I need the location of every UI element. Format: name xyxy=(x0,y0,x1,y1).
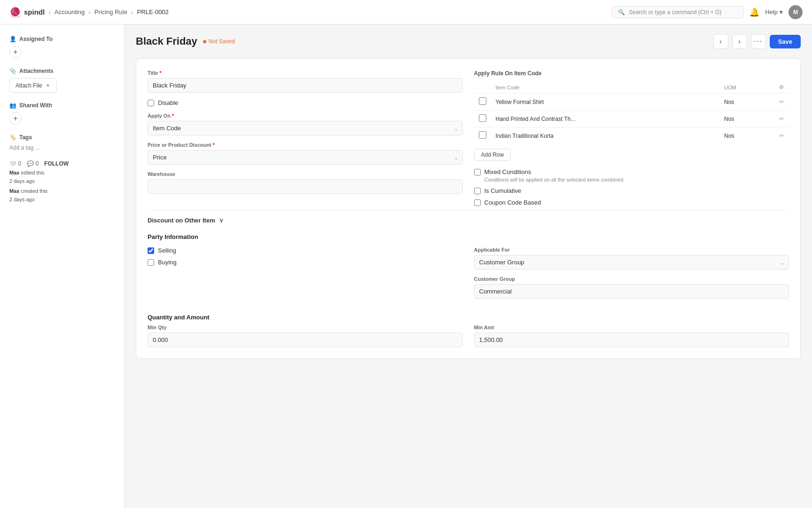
row1-checkbox[interactable] xyxy=(479,97,486,105)
search-bar[interactable]: 🔍 Search or type a command (Ctrl + G) xyxy=(612,6,743,18)
min-qty-input[interactable] xyxy=(148,333,463,347)
search-icon: 🔍 xyxy=(618,9,625,16)
row2-edit-icon[interactable]: ✏ xyxy=(779,115,784,122)
price-discount-label: Price or Product Discount * xyxy=(148,142,463,148)
mixed-conditions-checkbox[interactable] xyxy=(474,169,481,175)
form-grid: Title * Disable Apply On * xyxy=(148,70,789,206)
tags-section: 🏷️ Tags Add a tag ... xyxy=(9,134,115,151)
like-icon[interactable]: 🤍 0 xyxy=(9,160,21,167)
breadcrumb-sep-1: › xyxy=(48,8,51,16)
table-row: Yellow Formal Shirt Nos ✏ xyxy=(474,94,789,111)
breadcrumb-accounting[interactable]: Accounting xyxy=(55,8,85,16)
help-button[interactable]: Help ▾ xyxy=(765,8,783,16)
not-saved-label: Not Saved xyxy=(209,38,235,45)
form-left: Title * Disable Apply On * xyxy=(148,70,463,206)
disable-checkbox[interactable] xyxy=(148,100,154,106)
price-discount-select[interactable]: Price xyxy=(148,150,463,165)
page-header-right: ‹ › ··· Save xyxy=(713,34,801,49)
customer-group-group: Customer Group xyxy=(474,276,789,299)
apply-on-select[interactable]: Item Code xyxy=(148,121,463,135)
warehouse-input[interactable] xyxy=(148,179,463,194)
row2-checkbox[interactable] xyxy=(479,114,486,122)
coupon-code-label: Coupon Code Based xyxy=(484,199,541,206)
row3-edit-icon[interactable]: ✏ xyxy=(779,132,784,139)
apply-on-required: * xyxy=(172,113,174,119)
people-icon: 👥 xyxy=(9,102,16,109)
customer-group-input[interactable] xyxy=(474,284,789,299)
warehouse-group: Warehouse xyxy=(148,171,463,194)
item-code-table: Item Code UOM ⚙ Yellow Formal Shirt xyxy=(474,81,789,144)
qty-section: Quantity and Amount Min Qty Min Amt xyxy=(148,306,789,347)
mixed-conditions-row: Mixed Conditions Conditions will be appl… xyxy=(474,168,789,183)
attachments-title: 📎 Attachments xyxy=(9,68,115,74)
row1-edit-icon[interactable]: ✏ xyxy=(779,98,784,105)
next-button[interactable]: › xyxy=(732,34,747,49)
avatar[interactable]: M xyxy=(789,5,803,19)
qty-grid: Min Qty Min Amt xyxy=(148,325,789,347)
assigned-to-title: 👤 Assigned To xyxy=(9,36,115,42)
row1-item-code: Yellow Formal Shirt xyxy=(491,94,719,111)
nav-right: 🔍 Search or type a command (Ctrl + G) 🔔 … xyxy=(612,5,803,19)
coupon-code-checkbox[interactable] xyxy=(474,199,481,206)
activity-time-2: 2 days ago xyxy=(9,197,35,202)
shared-with-label: Shared With xyxy=(19,102,52,109)
customer-group-label: Customer Group xyxy=(474,276,789,282)
prev-button[interactable]: ‹ xyxy=(713,34,728,49)
breadcrumb-prle[interactable]: PRLE-0002 xyxy=(137,8,169,16)
search-placeholder: Search or type a command (Ctrl + G) xyxy=(629,9,721,16)
comment-icon[interactable]: 💬 0 xyxy=(27,160,39,167)
shared-with-section: 👥 Shared With + xyxy=(9,102,115,125)
activity-entry-2: Max created this 2 days ago xyxy=(9,187,115,204)
uom-header: UOM xyxy=(719,81,774,94)
selling-checkbox[interactable] xyxy=(148,247,154,254)
buying-checkbox[interactable] xyxy=(148,259,154,266)
mixed-conditions-checkbox-row: Mixed Conditions xyxy=(474,168,789,175)
row3-item-code: Indian Traditional Kurta xyxy=(491,127,719,144)
title-input[interactable] xyxy=(148,78,463,93)
price-required: * xyxy=(213,142,215,148)
mixed-conditions-desc: Conditions will be applied on all the se… xyxy=(484,177,789,183)
title-label: Title * xyxy=(148,70,463,76)
min-amt-input[interactable] xyxy=(474,333,789,347)
discount-section-label: Discount on Other Item xyxy=(148,217,215,224)
page-header: Black Friday Not Saved ‹ › ··· Save xyxy=(136,34,801,49)
activity-action-1: edited this xyxy=(21,170,44,175)
tags-label: Tags xyxy=(19,134,32,141)
item-code-header: Item Code xyxy=(491,81,719,94)
is-cumulative-checkbox[interactable] xyxy=(474,188,481,194)
attach-file-button[interactable]: Attach File ＋ xyxy=(9,78,57,93)
selling-label: Selling xyxy=(158,247,176,254)
row3-checkbox[interactable] xyxy=(479,131,486,139)
add-shared-button[interactable]: + xyxy=(9,112,22,125)
add-assigned-button[interactable]: + xyxy=(9,46,22,58)
row2-item-code: Hand Printed And Contrast Th... xyxy=(491,111,719,127)
gear-icon[interactable]: ⚙ xyxy=(779,84,784,90)
breadcrumb-sep-2: › xyxy=(88,8,91,16)
save-button[interactable]: Save xyxy=(770,35,801,48)
row1-uom: Nos xyxy=(719,94,774,111)
is-cumulative-label: Is Cumulative xyxy=(484,187,522,194)
not-saved-dot xyxy=(203,40,206,43)
logo[interactable]: 🧶 spindl xyxy=(9,7,45,18)
assigned-to-section: 👤 Assigned To + xyxy=(9,36,115,58)
discount-section-divider[interactable]: Discount on Other Item ∨ xyxy=(148,210,789,226)
coupon-code-row: Coupon Code Based xyxy=(474,199,789,206)
selling-row: Selling xyxy=(148,247,463,254)
table-check-header xyxy=(474,81,491,94)
paperclip-icon: 📎 xyxy=(9,68,16,74)
follow-button[interactable]: FOLLOW xyxy=(44,160,69,167)
help-label: Help xyxy=(765,8,778,16)
title-required: * xyxy=(159,70,161,76)
add-row-button[interactable]: Add Row xyxy=(474,149,511,161)
nav-left: 🧶 spindl › Accounting › Pricing Rule › P… xyxy=(9,7,169,18)
qty-section-title: Quantity and Amount xyxy=(148,314,789,321)
activity-action-2: created this xyxy=(21,188,47,194)
applicable-for-select[interactable]: Customer Group xyxy=(474,255,789,270)
add-tag-link[interactable]: Add a tag ... xyxy=(9,144,115,151)
more-options-button[interactable]: ··· xyxy=(751,34,766,49)
settings-header: ⚙ xyxy=(774,81,789,94)
assigned-to-label: Assigned To xyxy=(19,36,53,42)
party-grid: Selling Buying Applicable For Cus xyxy=(148,247,789,299)
breadcrumb-pricing-rule[interactable]: Pricing Rule xyxy=(94,8,127,16)
notification-bell-icon[interactable]: 🔔 xyxy=(749,7,759,17)
